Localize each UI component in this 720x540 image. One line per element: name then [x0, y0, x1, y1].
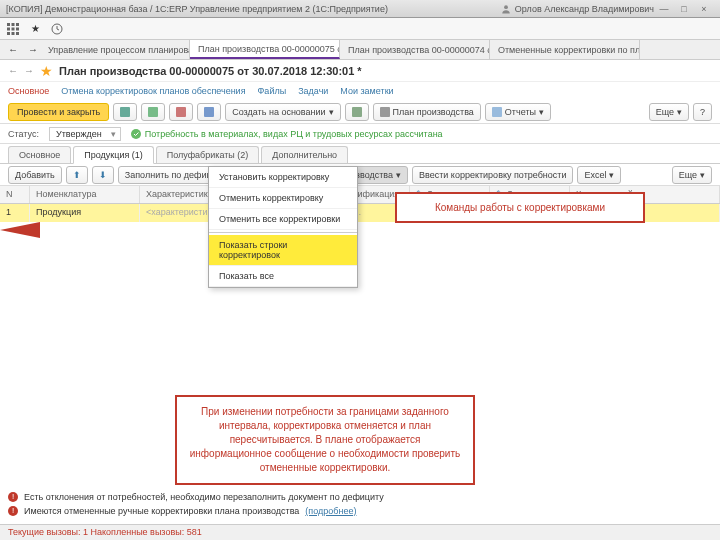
menu-show-all[interactable]: Показать все	[209, 266, 357, 287]
app-tab[interactable]: План производства 00-00000075 от 30.07.2…	[190, 40, 340, 59]
svg-rect-8	[12, 32, 15, 35]
menu-show-corr-rows[interactable]: Показать строки корректировок	[209, 235, 357, 266]
save-icon	[120, 107, 130, 117]
main-link[interactable]: Основное	[8, 86, 49, 96]
print-plan-button[interactable]: План производства	[373, 103, 481, 121]
menu-separator	[209, 232, 357, 233]
note-deviation: ! Есть отклонения от потребностей, необх…	[8, 490, 712, 504]
star-icon[interactable]: ★	[40, 63, 53, 79]
link-notes[interactable]: Мои заметки	[340, 86, 393, 96]
tab-main[interactable]: Основное	[8, 146, 71, 163]
history-icon[interactable]	[48, 20, 66, 38]
minimize-button[interactable]: —	[654, 4, 674, 14]
add-button[interactable]: Добавить	[8, 166, 62, 184]
col-n[interactable]: N	[0, 186, 30, 203]
col-nom[interactable]: Номенклатура	[30, 186, 140, 203]
doc-nav-links: Основное Отмена корректировок планов обе…	[0, 82, 720, 100]
create-based-button[interactable]: Создать на основании ▾	[225, 103, 340, 121]
doc-title: План производства 00-00000075 от 30.07.2…	[59, 65, 362, 77]
doc-tabs: Основное Продукция (1) Полуфабрикаты (2)…	[0, 144, 720, 164]
tab-products[interactable]: Продукция (1)	[73, 146, 154, 164]
user-icon	[501, 4, 511, 14]
enter-correction-button[interactable]: Ввести корректировку потребности	[412, 166, 573, 184]
main-toolbar: ★	[0, 18, 720, 40]
user-indicator[interactable]: Орлов Александр Владимирович	[501, 4, 654, 14]
svg-rect-4	[7, 27, 10, 30]
menu-cancel-all[interactable]: Отменить все корректировки	[209, 209, 357, 230]
svg-rect-9	[16, 32, 19, 35]
window-title: [КОПИЯ] Демонстрационная база / 1С:ERP У…	[6, 4, 388, 14]
correction-dropdown: Установить корректировку Отменить коррек…	[208, 166, 358, 288]
svg-rect-12	[148, 107, 158, 117]
svg-rect-7	[7, 32, 10, 35]
nav-fwd-icon[interactable]: →	[24, 65, 34, 76]
excel-button[interactable]: Excel ▾	[577, 166, 621, 184]
unpost-button[interactable]	[169, 103, 193, 121]
tab-semi[interactable]: Полуфабрикаты (2)	[156, 146, 260, 163]
save-close-button[interactable]: Провести и закрыть	[8, 103, 109, 121]
status-label: Статус:	[8, 129, 39, 139]
favorite-icon[interactable]: ★	[26, 20, 44, 38]
svg-rect-11	[120, 107, 130, 117]
app-tab[interactable]: Отмененные корректировки по плану: Пла…×	[490, 40, 640, 59]
svg-rect-3	[16, 23, 19, 26]
close-button[interactable]: ×	[694, 4, 714, 14]
movements-button[interactable]	[197, 103, 221, 121]
note-cancelled: ! Имеются отмененные ручные корректировк…	[8, 504, 712, 518]
maximize-button[interactable]: □	[674, 4, 694, 14]
nav-back-icon[interactable]: ←	[8, 65, 18, 76]
link-files[interactable]: Файлы	[258, 86, 287, 96]
grid-toolbar: Добавить ⬆ ⬇ Заполнить по дефициту Корре…	[0, 164, 720, 186]
app-tab[interactable]: Управление процессом планирования×	[40, 40, 190, 59]
more-button[interactable]: Еще ▾	[649, 103, 689, 121]
svg-point-18	[131, 129, 141, 139]
svg-rect-15	[352, 107, 362, 117]
status-select[interactable]: Утвержден ▾	[49, 127, 121, 141]
link-cancel-corr[interactable]: Отмена корректировок планов обеспечения	[61, 86, 245, 96]
svg-rect-6	[16, 27, 19, 30]
tab-extra[interactable]: Дополнительно	[261, 146, 348, 163]
svg-rect-17	[492, 107, 502, 117]
callout-explanation: При изменении потребности за границами з…	[175, 395, 475, 485]
callout-corrections: Команды работы с корректировками	[395, 192, 645, 223]
down-button[interactable]: ⬇	[92, 166, 114, 184]
status-bar: Статус: Утвержден ▾ Потребность в матери…	[0, 124, 720, 144]
svg-rect-5	[12, 27, 15, 30]
doc-header: ← → ★ План производства 00-00000075 от 3…	[0, 60, 720, 82]
grid-more-button[interactable]: Еще ▾	[672, 166, 712, 184]
up-button[interactable]: ⬆	[66, 166, 88, 184]
menu-cancel-corr[interactable]: Отменить корректировку	[209, 188, 357, 209]
app-tab[interactable]: План производства 00-00000074 от 24.07.2…	[340, 40, 490, 59]
print-icon	[380, 107, 390, 117]
nav-back-icon[interactable]: ←	[4, 40, 22, 58]
details-link[interactable]: (подробнее)	[305, 506, 356, 516]
svg-rect-16	[380, 107, 390, 117]
svg-rect-14	[204, 107, 214, 117]
check-icon	[131, 129, 141, 139]
menu-set-corr[interactable]: Установить корректировку	[209, 167, 357, 188]
svg-rect-1	[7, 23, 10, 26]
apps-icon[interactable]	[4, 20, 22, 38]
action-bar: Провести и закрыть Создать на основании …	[0, 100, 720, 124]
footer-notes: ! Есть отклонения от потребностей, необх…	[8, 490, 712, 518]
save-button[interactable]	[113, 103, 137, 121]
svg-rect-13	[176, 107, 186, 117]
reports-button[interactable]: Отчеты ▾	[485, 103, 551, 121]
post-button[interactable]	[141, 103, 165, 121]
post-icon	[148, 107, 158, 117]
report-icon	[492, 107, 502, 117]
status-footer: Текущие вызовы: 1 Накопленные вызовы: 58…	[0, 524, 720, 540]
app-tabs: ← → Управление процессом планирования× П…	[0, 40, 720, 60]
svg-point-0	[504, 5, 508, 9]
link-tasks[interactable]: Задачи	[298, 86, 328, 96]
callout-arrow	[0, 222, 40, 238]
structure-button[interactable]	[345, 103, 369, 121]
alert-icon: !	[8, 506, 18, 516]
window-titlebar: [КОПИЯ] Демонстрационная база / 1С:ERP У…	[0, 0, 720, 18]
nav-fwd-icon[interactable]: →	[24, 40, 42, 58]
movements-icon	[204, 107, 214, 117]
help-button[interactable]: ?	[693, 103, 712, 121]
tree-icon	[352, 107, 362, 117]
svg-rect-2	[12, 23, 15, 26]
unpost-icon	[176, 107, 186, 117]
